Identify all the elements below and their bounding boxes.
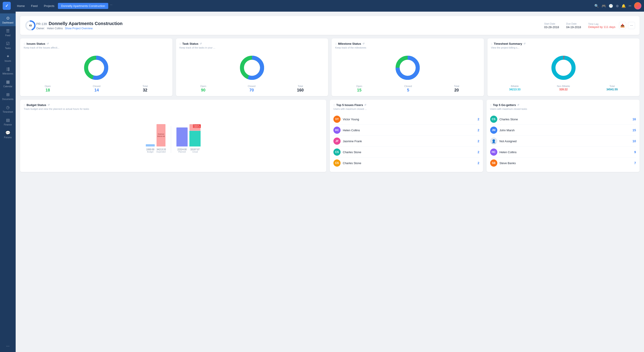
sidebar-label-calendar: Calendar [3, 85, 12, 88]
drag-handle: :: [24, 104, 25, 107]
nav-home[interactable]: Home [14, 3, 28, 9]
sidebar-label-finance: Finance [4, 124, 12, 126]
top-navigation: ✓ Home Feed Projects Donnelly Apartments… [0, 0, 644, 12]
budget-bar-chart: Overrun33213:33 1000:00 Budget 34213:33 [146, 118, 166, 153]
sidebar-item-milestones[interactable]: ⇶ Milestones [0, 64, 16, 77]
task-status-title: Task Status [182, 42, 198, 46]
search-icon[interactable]: 🔍 [594, 4, 599, 8]
project-id: PR-139 [36, 22, 47, 26]
progress-percent: 43 [29, 24, 32, 27]
budget-status-card: :: Budget Status ↺ Track budget and view… [20, 100, 326, 172]
more-options-button[interactable]: ··· [628, 22, 635, 29]
forums-icon: 💬 [5, 130, 10, 135]
top5-gogetters-card: :: Top 5 Go-getters ↺ Users with maximum… [486, 100, 640, 172]
drag-handle: :: [24, 42, 25, 46]
project-title: Donnelly Apartments Construction [48, 21, 122, 26]
avatar: JF [334, 138, 340, 145]
finance-icon: ▤ [6, 118, 10, 122]
project-owner: Owner: Helen Collins Show Project Overvi… [36, 27, 544, 30]
plus-icon[interactable]: ⊕ [616, 4, 619, 8]
gogetters-title: Top 5 Go-getters [493, 103, 516, 107]
bottom-row-cards: :: Budget Status ↺ Track budget and view… [20, 100, 640, 172]
bell-icon[interactable]: 🔔 [622, 4, 626, 8]
task-total-legend: Total 160 [297, 85, 304, 92]
sidebar-label-milestones: Milestones [2, 72, 13, 75]
issues-status-title: Issues Status [26, 42, 46, 46]
nav-project-tab[interactable]: Donnelly Apartments Construction [58, 3, 108, 9]
list-item: CS Charles Stone 2 [334, 147, 480, 158]
milestone-refresh-icon[interactable]: ↺ [362, 42, 364, 45]
sidebar-item-timesheet[interactable]: ◷ Timesheet [0, 103, 16, 116]
list-item: HC Helen Collins 2 [334, 125, 480, 136]
avatar: VY [334, 116, 340, 123]
avatar: SB [490, 160, 497, 166]
documents-icon: ⊞ [6, 92, 10, 97]
time-lag: Time Lag Delayed by 111 days [588, 22, 616, 29]
sidebar-item-calendar[interactable]: ▦ Calendar [0, 77, 16, 90]
timesheet-summary-subtitle: View the project billing s... [491, 46, 636, 49]
sidebar: ⊙ Dashboard ☰ Feed ☑ Tasks ✦ Issues ⇶ Mi… [0, 12, 16, 352]
start-date: Start Date 03-28-2018 [544, 22, 559, 29]
list-item: VY Victor Young 2 [334, 114, 480, 125]
timesheet-icon: ◷ [6, 105, 10, 110]
timesheet-summary-title: Timesheet Summary [494, 42, 522, 46]
avatar: HC [490, 148, 497, 156]
app-logo[interactable]: ✓ [3, 2, 11, 10]
timesheet-billable-legend: Billable 34213:33 [509, 85, 520, 91]
sidebar-item-dashboard[interactable]: ⊙ Dashboard [0, 14, 16, 26]
task-status-card: :: Task Status ↺ Keep track of the tasks… [176, 38, 328, 96]
user-avatar[interactable] [634, 2, 641, 10]
gogetters-refresh-icon[interactable]: ↺ [517, 104, 519, 106]
sidebar-item-issues[interactable]: ✦ Issues [0, 52, 16, 64]
issues-total-legend: Total 32 [142, 85, 148, 92]
sidebar-label-feed: Feed [5, 34, 10, 37]
issues-status-subtitle: Keep track of the Issues affecti... [24, 46, 169, 49]
timesheet-summary-card: :: Timesheet Summary ↺ View the project … [488, 38, 640, 96]
project-header: 43 PR-139 Donnelly Apartments Constructi… [20, 16, 640, 35]
issues-icon: ✦ [6, 54, 10, 59]
task-refresh-icon[interactable]: ↺ [200, 42, 202, 45]
sidebar-item-tasks[interactable]: ☑ Tasks [0, 39, 16, 52]
gogetters-subtitle: Users with maximum closed tasks [490, 108, 636, 110]
drag-handle: :: [334, 104, 335, 107]
sidebar-item-finance[interactable]: ▤ Finance [0, 116, 16, 128]
nav-more[interactable]: ··· [110, 3, 112, 9]
gamepad-icon[interactable]: 🎮 [602, 4, 606, 8]
tasks-icon: ☑ [6, 41, 10, 46]
show-overview-link[interactable]: Show Project Overview [65, 27, 92, 30]
main-content: 43 PR-139 Donnelly Apartments Constructi… [16, 12, 644, 352]
timesheet-refresh-icon[interactable]: ↺ [524, 42, 526, 45]
sidebar-item-forums[interactable]: 💬 Forums [0, 128, 16, 141]
sidebar-label-dashboard: Dashboard [2, 22, 14, 24]
project-info: PR-139 Donnelly Apartments Construction … [36, 21, 544, 30]
sidebar-label-issues: Issues [5, 60, 11, 62]
share-button[interactable]: 📤 [619, 22, 626, 29]
list-item: SB Steve Banks 7 [490, 158, 636, 168]
task-status-subtitle: Keep track of the tasks in your ... [180, 46, 325, 49]
top5-fixers-card: :: Top 5 Issues Fixers ↺ Users with maxi… [330, 100, 483, 172]
sidebar-item-feed[interactable]: ☰ Feed [0, 26, 16, 39]
project-progress: 43 [24, 20, 36, 31]
sidebar-label-timesheet: Timesheet [3, 111, 13, 113]
issues-closed-legend: Closed 14 [93, 85, 100, 92]
milestone-status-title: Milestone Status [338, 42, 361, 46]
timesheet-nonbillable-legend: Non Billable 328:22 [557, 85, 570, 91]
fixers-refresh-icon[interactable]: ↺ [364, 104, 366, 106]
drag-handle: :: [490, 104, 492, 107]
milestone-open-legend: Open 15 [356, 85, 362, 92]
sidebar-label-forums: Forums [4, 136, 12, 139]
sidebar-item-documents[interactable]: ⊞ Documents [0, 90, 16, 103]
budget-refresh-icon[interactable]: ↺ [48, 104, 50, 106]
nav-projects[interactable]: Projects [41, 3, 57, 9]
issues-refresh-icon[interactable]: ↺ [47, 42, 49, 45]
nav-feed[interactable]: Feed [28, 3, 40, 9]
clock-icon[interactable]: 🕐 [609, 4, 613, 8]
settings-icon[interactable]: ✂ [628, 4, 632, 8]
sidebar-label-tasks: Tasks [5, 47, 11, 50]
budget-charts: Overrun33213:33 1000:00 Budget 34213:33 [24, 114, 323, 155]
planned-actual-bar-chart: Overrun10805:37 22324:00 Planned [176, 118, 200, 153]
milestone-total-legend: Total 20 [454, 85, 459, 92]
drag-handle: :: [491, 42, 492, 46]
sidebar-more[interactable]: ··· [6, 344, 10, 348]
avatar: CS [334, 148, 340, 156]
